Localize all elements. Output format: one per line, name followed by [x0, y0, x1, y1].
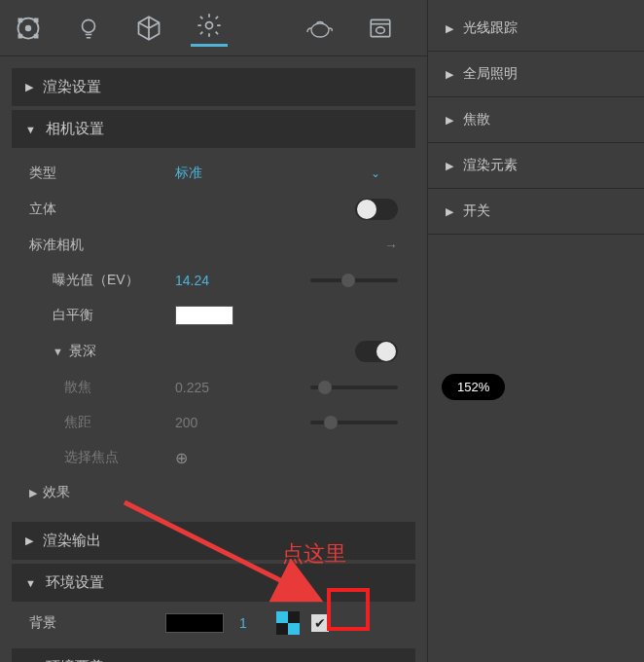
- chevron-down-icon: ▼: [25, 577, 36, 589]
- right-item-label: 渲染元素: [463, 157, 518, 174]
- right-panel: ▶ 光线跟踪 ▶ 全局照明 ▶ 焦散 ▶ 渲染元素 ▶ 开关 152%: [428, 0, 644, 662]
- right-item-caustics[interactable]: ▶ 焦散: [428, 101, 644, 138]
- group-render-settings[interactable]: ▶ 渲染设置: [12, 68, 415, 106]
- svg-point-7: [206, 22, 213, 29]
- effects-label: ▶效果: [29, 484, 175, 501]
- bg-num[interactable]: 1: [239, 615, 247, 631]
- right-item-raytrace[interactable]: ▶ 光线跟踪: [428, 10, 644, 47]
- right-item-switch[interactable]: ▶ 开关: [428, 193, 644, 230]
- type-value: 标准: [175, 165, 253, 182]
- cube-icon[interactable]: [130, 10, 167, 47]
- group-camera-settings[interactable]: ▼ 相机设置: [12, 110, 415, 148]
- chevron-right-icon: ▶: [29, 487, 37, 498]
- stereo-label: 立体: [29, 201, 175, 218]
- group-label: 环境覆盖: [46, 658, 104, 662]
- teapot-icon[interactable]: [302, 10, 339, 47]
- settings-content: ▶ 渲染设置 ▼ 相机设置 类型 标准 ⌄ 立体: [0, 56, 427, 662]
- defocus-slider[interactable]: [310, 386, 398, 389]
- svg-point-1: [26, 25, 31, 30]
- row-focal: 焦距 200: [12, 405, 415, 440]
- type-label: 类型: [29, 165, 175, 182]
- row-dof[interactable]: ▼景深: [12, 333, 415, 370]
- wb-color-swatch[interactable]: [175, 306, 233, 325]
- svg-rect-5: [34, 33, 39, 38]
- row-defocus: 散焦 0.225: [12, 370, 415, 405]
- wb-label: 白平衡: [29, 307, 175, 324]
- bg-enable-checkbox[interactable]: ✔: [311, 614, 329, 632]
- gear-icon[interactable]: [191, 10, 228, 47]
- row-effects[interactable]: ▶效果: [12, 475, 415, 510]
- group-label: 相机设置: [46, 120, 104, 138]
- zoom-level-badge: 152%: [442, 374, 505, 400]
- group-label: 渲染设置: [43, 78, 101, 96]
- defocus-value[interactable]: 0.225: [175, 380, 253, 395]
- chevron-down-icon: ▼: [53, 346, 63, 357]
- camera-settings-body: 类型 标准 ⌄ 立体 标准相机 → 曝光值（EV） 14.24: [12, 148, 415, 518]
- svg-point-6: [83, 19, 95, 32]
- focal-label: 焦距: [29, 414, 175, 431]
- ev-slider[interactable]: [310, 278, 398, 282]
- chevron-right-icon: ▶: [446, 160, 453, 172]
- right-item-elements[interactable]: ▶ 渲染元素: [428, 147, 644, 184]
- crosshair-icon[interactable]: ⊕: [175, 449, 188, 467]
- group-env-override[interactable]: ▼ 环境覆盖: [12, 648, 415, 662]
- focal-slider[interactable]: [310, 421, 398, 424]
- right-item-label: 开关: [463, 202, 490, 220]
- standard-camera-label: 标准相机: [29, 237, 175, 254]
- group-label: 渲染输出: [43, 532, 101, 550]
- chevron-right-icon: ▶: [25, 81, 33, 93]
- row-stereo: 立体: [12, 191, 415, 228]
- svg-rect-4: [18, 33, 23, 38]
- right-item-label: 光线跟踪: [463, 19, 518, 37]
- row-wb: 白平衡: [12, 298, 415, 333]
- dropdown-caret-icon: ⌄: [371, 166, 398, 180]
- chevron-right-icon: ▶: [446, 22, 453, 35]
- render-window-icon[interactable]: [362, 10, 399, 47]
- arrow-right-icon: →: [384, 238, 398, 253]
- dof-toggle[interactable]: [355, 341, 398, 362]
- focal-value[interactable]: 200: [175, 415, 253, 430]
- toolbar: [0, 0, 427, 56]
- chevron-right-icon: ▶: [25, 534, 33, 547]
- svg-point-8: [311, 23, 329, 37]
- bg-label: 背景: [29, 614, 165, 632]
- ev-label: 曝光值（EV）: [29, 272, 175, 289]
- group-render-output[interactable]: ▶ 渲染输出: [12, 522, 415, 560]
- chevron-down-icon: ▼: [25, 124, 36, 135]
- bg-color-swatch[interactable]: [165, 613, 224, 633]
- bulb-icon[interactable]: [70, 10, 107, 47]
- defocus-label: 散焦: [29, 379, 175, 396]
- row-ev: 曝光值（EV） 14.24: [12, 263, 415, 298]
- right-item-gi[interactable]: ▶ 全局照明: [428, 55, 644, 92]
- svg-rect-3: [34, 18, 39, 22]
- ev-value[interactable]: 14.24: [175, 273, 253, 288]
- right-item-label: 焦散: [463, 111, 490, 129]
- group-label: 环境设置: [46, 573, 104, 592]
- row-standard-camera: 标准相机 →: [12, 228, 415, 263]
- left-panel: ▶ 渲染设置 ▼ 相机设置 类型 标准 ⌄ 立体: [0, 0, 428, 662]
- svg-rect-2: [18, 18, 23, 22]
- chevron-right-icon: ▶: [446, 68, 453, 81]
- bg-texture-button[interactable]: [276, 611, 300, 635]
- row-background: 背景 1 ✔: [12, 602, 415, 644]
- stereo-toggle[interactable]: [355, 199, 398, 220]
- chevron-right-icon: ▶: [446, 205, 453, 218]
- dof-label: ▼景深: [29, 343, 175, 360]
- svg-point-10: [376, 26, 385, 32]
- target-icon[interactable]: [10, 10, 47, 47]
- right-item-label: 全局照明: [463, 65, 518, 83]
- group-environment-settings[interactable]: ▼ 环境设置: [12, 564, 415, 602]
- chevron-right-icon: ▶: [446, 114, 453, 127]
- row-type[interactable]: 类型 标准 ⌄: [12, 156, 415, 191]
- row-pick-focus[interactable]: 选择焦点 ⊕: [12, 440, 415, 475]
- pick-focus-label: 选择焦点: [29, 449, 175, 466]
